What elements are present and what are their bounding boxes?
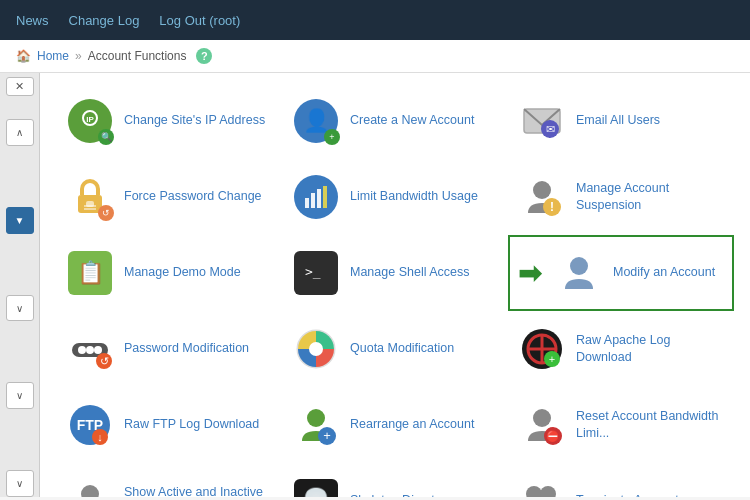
item-label-shell: Manage Shell Access	[350, 264, 470, 282]
svg-text:↓: ↓	[97, 431, 103, 443]
svg-text:+: +	[549, 353, 555, 365]
svg-point-25	[309, 342, 323, 356]
main-content: IP 🔍 Change Site's IP Address 👤 + Create…	[40, 73, 750, 497]
rearrange-icon-wrap: +	[292, 401, 340, 449]
item-label-passmod: Password Modification	[124, 340, 249, 358]
modify-icon-wrap	[555, 249, 603, 297]
svg-point-20	[86, 346, 94, 354]
item-force-password[interactable]: ↺ Force Password Change	[56, 159, 282, 235]
breadcrumb-sep: »	[75, 49, 82, 63]
passmod-icon-wrap: ↺	[66, 325, 114, 373]
breadcrumb-current: Account Functions	[88, 49, 187, 63]
email-icon: ✉	[520, 99, 564, 143]
skeleton-icon: 💀	[294, 479, 338, 497]
item-label-ftp: Raw FTP Log Download	[124, 416, 259, 434]
svg-point-39	[533, 409, 551, 427]
item-terminate[interactable]: ✕ Terminate Accounts	[508, 463, 734, 497]
arrow-icon: ➡	[518, 257, 541, 290]
item-bandwidth[interactable]: Limit Bandwidth Usage	[282, 159, 508, 235]
svg-text:⛔: ⛔	[546, 429, 560, 443]
svg-point-19	[78, 346, 86, 354]
ip-badge: 🔍	[98, 129, 114, 145]
nav-logout[interactable]: Log Out (root)	[159, 13, 240, 28]
sidebar-scroll-up[interactable]: ∧	[6, 119, 34, 146]
item-modify-account[interactable]: ➡ Modify an Account	[508, 235, 734, 311]
layout: ✕ ∧ ▼ ∨ ∨ ∨ IP 🔍	[0, 73, 750, 497]
home-icon: 🏠	[16, 49, 31, 63]
item-label-terminate: Terminate Accounts	[576, 492, 685, 497]
item-reset-bandwidth[interactable]: ⛔ Reset Account Bandwidth Limi...	[508, 387, 734, 463]
sidebar-close-btn[interactable]: ✕	[6, 77, 34, 96]
item-change-ip[interactable]: IP 🔍 Change Site's IP Address	[56, 83, 282, 159]
item-label-bandwidth: Limit Bandwidth Usage	[350, 188, 478, 206]
top-nav: News Change Log Log Out (root)	[0, 0, 750, 40]
svg-point-13	[533, 181, 551, 199]
item-pass-mod[interactable]: ↺ Password Modification	[56, 311, 282, 387]
svg-rect-9	[305, 198, 309, 208]
svg-text:>_: >_	[305, 264, 321, 279]
help-icon[interactable]: ?	[196, 48, 212, 64]
item-label-rearrange: Rearrange an Account	[350, 416, 474, 434]
item-label-demo: Manage Demo Mode	[124, 264, 241, 282]
suspend-icon-wrap: !	[518, 173, 566, 221]
svg-point-17	[570, 257, 588, 275]
item-label-apache: Raw Apache Log Download	[576, 332, 724, 367]
apache-icon: +	[520, 327, 564, 371]
items-grid: IP 🔍 Change Site's IP Address 👤 + Create…	[56, 83, 734, 497]
breadcrumb: 🏠 Home » Account Functions ?	[0, 40, 750, 73]
bandwidth-icon-wrap	[292, 173, 340, 221]
item-label-modify: Modify an Account	[613, 264, 715, 282]
item-create-account[interactable]: 👤 + Create a New Account	[282, 83, 508, 159]
item-quota[interactable]: Quota Modification	[282, 311, 508, 387]
nav-changelog[interactable]: Change Log	[69, 13, 140, 28]
item-shell-access[interactable]: >_ Manage Shell Access	[282, 235, 508, 311]
breadcrumb-home[interactable]: Home	[37, 49, 69, 63]
svg-rect-10	[311, 193, 315, 208]
apache-icon-wrap: +	[518, 325, 566, 373]
item-label-quota: Quota Modification	[350, 340, 454, 358]
quota-icon-wrap	[292, 325, 340, 373]
svg-rect-11	[317, 189, 321, 208]
nav-news[interactable]: News	[16, 13, 49, 28]
svg-text:↺: ↺	[100, 355, 109, 367]
item-ftp[interactable]: FTP ↓ Raw FTP Log Download	[56, 387, 282, 463]
passmod-icon: ↺	[68, 327, 112, 371]
item-label-skeleton: Skeleton Directory	[350, 492, 452, 497]
terminate-icon-wrap: ✕	[518, 477, 566, 497]
item-label-show: Show Active and Inactive Accounts	[124, 484, 272, 498]
svg-text:+: +	[323, 428, 331, 443]
sidebar-btn-2[interactable]: ∨	[6, 295, 34, 322]
change-ip-icon-wrap: IP 🔍	[66, 97, 114, 145]
email-icon-wrap: ✉	[518, 97, 566, 145]
suspend-icon: !	[520, 175, 564, 219]
sidebar: ✕ ∧ ▼ ∨ ∨ ∨	[0, 73, 40, 497]
sidebar-btn-4[interactable]: ∨	[6, 470, 34, 497]
item-apache[interactable]: + Raw Apache Log Download	[508, 311, 734, 387]
reset-icon-wrap: ⛔	[518, 401, 566, 449]
demo-icon-wrap: 📋	[66, 249, 114, 297]
item-skeleton[interactable]: 💀 Skeleton Directory	[282, 463, 508, 497]
item-suspension[interactable]: ! Manage Account Suspension	[508, 159, 734, 235]
ftp-icon-wrap: FTP ↓	[66, 401, 114, 449]
lock-badge: ↺	[98, 205, 114, 221]
item-rearrange[interactable]: + Rearrange an Account	[282, 387, 508, 463]
sidebar-active-btn[interactable]: ▼	[6, 207, 34, 234]
create-account-icon-wrap: 👤 +	[292, 97, 340, 145]
lock-icon-wrap: ↺	[66, 173, 114, 221]
shell-icon: >_	[294, 251, 338, 295]
modify-icon	[557, 251, 601, 295]
svg-rect-12	[323, 186, 327, 208]
sidebar-btn-3[interactable]: ∨	[6, 382, 34, 409]
item-label-create: Create a New Account	[350, 112, 474, 130]
svg-text:IP: IP	[86, 115, 94, 124]
create-badge: +	[324, 129, 340, 145]
svg-point-42	[81, 485, 99, 497]
shell-icon-wrap: >_	[292, 249, 340, 297]
item-label-email: Email All Users	[576, 112, 660, 130]
skeleton-icon-wrap: 💀	[292, 477, 340, 497]
quota-icon	[294, 327, 338, 371]
item-demo-mode[interactable]: 📋 Manage Demo Mode	[56, 235, 282, 311]
item-email-users[interactable]: ✉ Email All Users	[508, 83, 734, 159]
svg-point-46	[540, 486, 556, 497]
item-show-active[interactable]: ✓ Show Active and Inactive Accounts	[56, 463, 282, 497]
